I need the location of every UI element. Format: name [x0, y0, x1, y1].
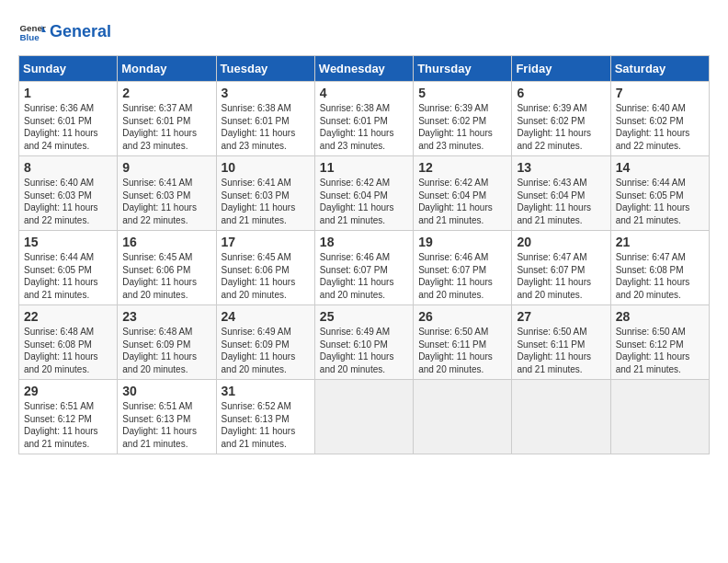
day-number: 24	[222, 309, 310, 324]
day-number: 27	[517, 309, 605, 324]
calendar-header: SundayMondayTuesdayWednesdayThursdayFrid…	[19, 56, 710, 82]
day-info: Sunrise: 6:51 AM Sunset: 6:12 PM Dayligh…	[24, 400, 112, 450]
day-number: 14	[616, 160, 704, 175]
day-info: Sunrise: 6:46 AM Sunset: 6:07 PM Dayligh…	[418, 251, 506, 301]
week-row-2: 8Sunrise: 6:40 AM Sunset: 6:03 PM Daylig…	[19, 156, 710, 231]
day-number: 25	[320, 309, 408, 324]
day-info: Sunrise: 6:38 AM Sunset: 6:01 PM Dayligh…	[222, 102, 310, 152]
day-cell: 1Sunrise: 6:36 AM Sunset: 6:01 PM Daylig…	[19, 82, 118, 156]
day-number: 30	[122, 384, 210, 398]
day-info: Sunrise: 6:40 AM Sunset: 6:03 PM Dayligh…	[24, 177, 112, 226]
day-info: Sunrise: 6:44 AM Sunset: 6:05 PM Dayligh…	[616, 177, 704, 226]
header-day-thursday: Thursday	[414, 56, 512, 82]
day-cell: 3Sunrise: 6:38 AM Sunset: 6:01 PM Daylig…	[216, 82, 314, 156]
day-number: 6	[517, 86, 605, 100]
day-cell: 8Sunrise: 6:40 AM Sunset: 6:03 PM Daylig…	[19, 156, 118, 231]
day-cell: 6Sunrise: 6:39 AM Sunset: 6:02 PM Daylig…	[512, 82, 610, 156]
day-info: Sunrise: 6:47 AM Sunset: 6:08 PM Dayligh…	[616, 251, 704, 301]
day-number: 11	[320, 160, 408, 175]
day-info: Sunrise: 6:48 AM Sunset: 6:09 PM Dayligh…	[122, 326, 210, 375]
day-cell: 13Sunrise: 6:43 AM Sunset: 6:04 PM Dayli…	[512, 156, 610, 231]
day-cell: 31Sunrise: 6:52 AM Sunset: 6:13 PM Dayli…	[216, 380, 314, 454]
header-day-tuesday: Tuesday	[216, 56, 314, 82]
day-cell: 11Sunrise: 6:42 AM Sunset: 6:04 PM Dayli…	[314, 156, 413, 231]
day-cell: 2Sunrise: 6:37 AM Sunset: 6:01 PM Daylig…	[118, 82, 216, 156]
day-cell	[314, 380, 413, 454]
day-cell: 25Sunrise: 6:49 AM Sunset: 6:10 PM Dayli…	[314, 305, 413, 380]
day-info: Sunrise: 6:45 AM Sunset: 6:06 PM Dayligh…	[222, 251, 310, 301]
logo-icon: General Blue	[18, 18, 46, 46]
day-number: 13	[517, 160, 605, 175]
day-info: Sunrise: 6:50 AM Sunset: 6:11 PM Dayligh…	[418, 326, 506, 375]
day-info: Sunrise: 6:41 AM Sunset: 6:03 PM Dayligh…	[222, 177, 310, 226]
day-number: 4	[320, 86, 408, 100]
day-cell: 10Sunrise: 6:41 AM Sunset: 6:03 PM Dayli…	[216, 156, 314, 231]
day-info: Sunrise: 6:51 AM Sunset: 6:13 PM Dayligh…	[122, 400, 210, 450]
day-cell: 18Sunrise: 6:46 AM Sunset: 6:07 PM Dayli…	[314, 231, 413, 305]
day-cell: 9Sunrise: 6:41 AM Sunset: 6:03 PM Daylig…	[118, 156, 216, 231]
day-cell: 4Sunrise: 6:38 AM Sunset: 6:01 PM Daylig…	[314, 82, 413, 156]
day-number: 18	[320, 235, 408, 249]
day-cell: 7Sunrise: 6:40 AM Sunset: 6:02 PM Daylig…	[610, 82, 709, 156]
day-number: 9	[122, 160, 210, 175]
day-cell	[414, 380, 512, 454]
day-cell: 28Sunrise: 6:50 AM Sunset: 6:12 PM Dayli…	[610, 305, 709, 380]
day-info: Sunrise: 6:42 AM Sunset: 6:04 PM Dayligh…	[418, 177, 506, 226]
week-row-1: 1Sunrise: 6:36 AM Sunset: 6:01 PM Daylig…	[19, 82, 710, 156]
day-cell: 16Sunrise: 6:45 AM Sunset: 6:06 PM Dayli…	[118, 231, 216, 305]
day-number: 29	[24, 384, 112, 398]
day-number: 15	[24, 235, 112, 249]
week-row-5: 29Sunrise: 6:51 AM Sunset: 6:12 PM Dayli…	[19, 380, 710, 454]
day-info: Sunrise: 6:41 AM Sunset: 6:03 PM Dayligh…	[122, 177, 210, 226]
day-number: 12	[418, 160, 506, 175]
header-day-sunday: Sunday	[19, 56, 118, 82]
day-info: Sunrise: 6:47 AM Sunset: 6:07 PM Dayligh…	[517, 251, 605, 301]
day-info: Sunrise: 6:42 AM Sunset: 6:04 PM Dayligh…	[320, 177, 408, 226]
day-cell: 22Sunrise: 6:48 AM Sunset: 6:08 PM Dayli…	[19, 305, 118, 380]
day-info: Sunrise: 6:49 AM Sunset: 6:10 PM Dayligh…	[320, 326, 408, 375]
header-day-wednesday: Wednesday	[314, 56, 413, 82]
day-cell: 23Sunrise: 6:48 AM Sunset: 6:09 PM Dayli…	[118, 305, 216, 380]
day-cell: 19Sunrise: 6:46 AM Sunset: 6:07 PM Dayli…	[414, 231, 512, 305]
day-cell	[610, 380, 709, 454]
day-number: 17	[222, 235, 310, 249]
day-info: Sunrise: 6:46 AM Sunset: 6:07 PM Dayligh…	[320, 251, 408, 301]
day-info: Sunrise: 6:40 AM Sunset: 6:02 PM Dayligh…	[616, 102, 704, 152]
day-number: 10	[222, 160, 310, 175]
day-number: 3	[222, 86, 310, 100]
day-info: Sunrise: 6:43 AM Sunset: 6:04 PM Dayligh…	[517, 177, 605, 226]
day-cell: 29Sunrise: 6:51 AM Sunset: 6:12 PM Dayli…	[19, 380, 118, 454]
day-cell: 26Sunrise: 6:50 AM Sunset: 6:11 PM Dayli…	[414, 305, 512, 380]
logo: General Blue General	[18, 18, 111, 46]
day-info: Sunrise: 6:45 AM Sunset: 6:06 PM Dayligh…	[122, 251, 210, 301]
svg-text:Blue: Blue	[20, 32, 40, 42]
day-cell: 30Sunrise: 6:51 AM Sunset: 6:13 PM Dayli…	[118, 380, 216, 454]
day-number: 7	[616, 86, 704, 100]
day-info: Sunrise: 6:38 AM Sunset: 6:01 PM Dayligh…	[320, 102, 408, 152]
day-number: 26	[418, 309, 506, 324]
day-info: Sunrise: 6:48 AM Sunset: 6:08 PM Dayligh…	[24, 326, 112, 375]
day-cell	[512, 380, 610, 454]
day-info: Sunrise: 6:36 AM Sunset: 6:01 PM Dayligh…	[24, 102, 112, 152]
day-cell: 27Sunrise: 6:50 AM Sunset: 6:11 PM Dayli…	[512, 305, 610, 380]
day-info: Sunrise: 6:52 AM Sunset: 6:13 PM Dayligh…	[222, 400, 310, 450]
day-number: 22	[24, 309, 112, 324]
day-info: Sunrise: 6:39 AM Sunset: 6:02 PM Dayligh…	[517, 102, 605, 152]
calendar-table: SundayMondayTuesdayWednesdayThursdayFrid…	[18, 55, 710, 454]
day-cell: 12Sunrise: 6:42 AM Sunset: 6:04 PM Dayli…	[414, 156, 512, 231]
day-cell: 21Sunrise: 6:47 AM Sunset: 6:08 PM Dayli…	[610, 231, 709, 305]
page-header: General Blue General	[18, 18, 710, 46]
day-number: 20	[517, 235, 605, 249]
day-info: Sunrise: 6:44 AM Sunset: 6:05 PM Dayligh…	[24, 251, 112, 301]
day-info: Sunrise: 6:50 AM Sunset: 6:11 PM Dayligh…	[517, 326, 605, 375]
day-cell: 17Sunrise: 6:45 AM Sunset: 6:06 PM Dayli…	[216, 231, 314, 305]
week-row-3: 15Sunrise: 6:44 AM Sunset: 6:05 PM Dayli…	[19, 231, 710, 305]
day-info: Sunrise: 6:37 AM Sunset: 6:01 PM Dayligh…	[122, 102, 210, 152]
day-cell: 14Sunrise: 6:44 AM Sunset: 6:05 PM Dayli…	[610, 156, 709, 231]
day-number: 1	[24, 86, 112, 100]
day-number: 8	[24, 160, 112, 175]
header-row: SundayMondayTuesdayWednesdayThursdayFrid…	[19, 56, 710, 82]
day-number: 31	[222, 384, 310, 398]
day-cell: 24Sunrise: 6:49 AM Sunset: 6:09 PM Dayli…	[216, 305, 314, 380]
day-cell: 20Sunrise: 6:47 AM Sunset: 6:07 PM Dayli…	[512, 231, 610, 305]
